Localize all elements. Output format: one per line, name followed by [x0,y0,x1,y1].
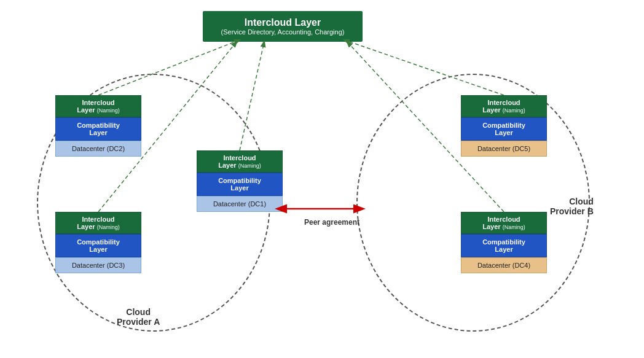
dc2-dc-layer: Datacenter (DC2) [55,141,141,157]
dc1-compat-layer: CompatibilityLayer [197,173,283,196]
dc2-intercloud-layer: IntercloudLayer (Naming) [55,95,141,117]
dc5-naming: (Naming) [503,107,525,114]
dc4-compat-layer: CompatibilityLayer [461,234,547,257]
dc1-intercloud-layer: IntercloudLayer (Naming) [197,150,283,173]
dc4-dc-layer: Datacenter (DC4) [461,257,547,273]
dc5-stack: IntercloudLayer (Naming) CompatibilityLa… [461,95,547,157]
dc3-intercloud-layer: IntercloudLayer (Naming) [55,212,141,234]
dc4-intercloud-layer: IntercloudLayer (Naming) [461,212,547,234]
dc2-naming: (Naming) [97,107,120,114]
dc1-dc-layer: Datacenter (DC1) [197,196,283,212]
dc2-stack: IntercloudLayer (Naming) CompatibilityLa… [55,95,141,157]
peer-agreement-label: Peer agreement [301,218,363,227]
dc4-naming: (Naming) [503,224,525,230]
cloud-a-label: CloudProvider A [117,307,160,327]
top-intercloud-subtitle: (Service Directory, Accounting, Charging… [210,28,355,36]
top-intercloud-box: Intercloud Layer (Service Directory, Acc… [203,11,363,42]
dc2-compat-layer: CompatibilityLayer [55,117,141,141]
dc5-intercloud-layer: IntercloudLayer (Naming) [461,95,547,117]
dc1-stack: IntercloudLayer (Naming) CompatibilityLa… [197,150,283,212]
dc5-compat-layer: CompatibilityLayer [461,117,547,141]
dc5-dc-layer: Datacenter (DC5) [461,141,547,157]
dc1-naming: (Naming) [238,163,261,169]
dc3-dc-layer: Datacenter (DC3) [55,257,141,273]
cloud-b-label: CloudProvider B [550,197,594,216]
dc4-stack: IntercloudLayer (Naming) CompatibilityLa… [461,212,547,273]
diagram: Intercloud Layer (Service Directory, Acc… [0,0,644,358]
dc3-compat-layer: CompatibilityLayer [55,234,141,257]
dc3-naming: (Naming) [97,224,120,230]
top-intercloud-title: Intercloud Layer [210,17,355,28]
dc3-stack: IntercloudLayer (Naming) CompatibilityLa… [55,212,141,273]
